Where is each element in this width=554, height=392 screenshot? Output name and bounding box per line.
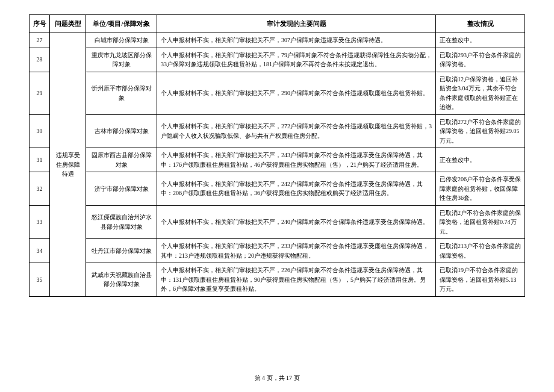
- cell-seq: 31: [30, 148, 50, 172]
- cell-seq: 32: [30, 172, 50, 206]
- cell-issue: 个人申报材料不实，相关部门审核把关不严，233户保障对象不符合条件违规享受廉租住…: [157, 239, 436, 263]
- cell-unit: 忻州原平市部分保障对象: [86, 72, 157, 114]
- cell-issue: 个人申报材料不实，相关部门审核把关不严，226户保障对象不符合条件违规享受住房保…: [157, 263, 436, 297]
- table-header-row: 序号 问题类型 单位/项目/保障对象 审计发现的主要问题 整改情况: [30, 15, 525, 33]
- cell-unit: 武威市天祝藏族自治县部分保障对象: [86, 263, 157, 297]
- cell-issue: 个人申报材料不实，相关部门审核把关不严，272户保障对象不符合条件违规领取廉租住…: [157, 114, 436, 148]
- cell-unit: 白城市部分保障对象: [86, 33, 157, 48]
- cell-unit: 济宁市部分保障对象: [86, 172, 157, 206]
- table-row: 35 武威市天祝藏族自治县部分保障对象 个人申报材料不实，相关部门审核把关不严，…: [30, 263, 525, 297]
- col-issue: 审计发现的主要问题: [157, 15, 436, 33]
- cell-issue: 个人申报材料不实，相关部门审核把关不严，79户保障对象不符合条件违规获得保障性住…: [157, 48, 436, 72]
- table-row: 28 重庆市九龙坡区部分保障对象 个人申报材料不实，相关部门审核把关不严，79户…: [30, 48, 525, 72]
- col-category: 问题类型: [50, 15, 86, 33]
- cell-issue: 个人申报材料不实，相关部门审核把关不严，290户保障对象不符合条件违规领取廉租住…: [157, 72, 436, 114]
- cell-seq: 28: [30, 48, 50, 72]
- cell-status: 已取消12户保障资格，追回补贴资金3.04万元，其余不符合条件家庭领取的租赁补贴…: [436, 72, 525, 114]
- cell-status: 正在整改中。: [436, 33, 525, 48]
- cell-unit: 重庆市九龙坡区部分保障对象: [86, 48, 157, 72]
- table-row: 30 吉林市部分保障对象 个人申报材料不实，相关部门审核把关不严，272户保障对…: [30, 114, 525, 148]
- col-unit: 单位/项目/保障对象: [86, 15, 157, 33]
- cell-seq: 33: [30, 205, 50, 239]
- cell-category: 违规享受住房保障待遇: [50, 33, 86, 297]
- cell-unit: 吉林市部分保障对象: [86, 114, 157, 148]
- cell-issue: 个人申报材料不实，相关部门审核把关不严，307户保障对象违规享受住房保障待遇。: [157, 33, 436, 48]
- col-status: 整改情况: [436, 15, 525, 33]
- cell-seq: 29: [30, 72, 50, 114]
- page-footer: 第 4 页，共 17 页: [0, 374, 554, 382]
- cell-issue: 个人申报材料不实，相关部门审核把关不严，243户保障对象不符合条件违规享受住房保…: [157, 148, 436, 172]
- table-row: 32 济宁市部分保障对象 个人申报材料不实，相关部门审核把关不严，242户保障对…: [30, 172, 525, 206]
- cell-status: 已取消213户不符合条件家庭的保障资格。: [436, 239, 525, 263]
- table-row: 33 怒江傈僳族自治州泸水县部分保障对象 个人申报材料不实，相关部门审核把关不严…: [30, 205, 525, 239]
- audit-table: 序号 问题类型 单位/项目/保障对象 审计发现的主要问题 整改情况 27 违规享…: [29, 14, 525, 297]
- cell-unit: 怒江傈僳族自治州泸水县部分保障对象: [86, 205, 157, 239]
- cell-issue: 个人申报材料不实，相关部门审核把关不严，240户保障对象不符合保障条件违规享受住…: [157, 205, 436, 239]
- table-row: 27 违规享受住房保障待遇 白城市部分保障对象 个人申报材料不实，相关部门审核把…: [30, 33, 525, 48]
- table-row: 34 牡丹江市部分保障对象 个人申报材料不实，相关部门审核把关不严，233户保障…: [30, 239, 525, 263]
- cell-status: 已停发206户不符合条件享受保障家庭的租赁补贴，收回保障性住房36套。: [436, 172, 525, 206]
- cell-status: 正在整改中。: [436, 148, 525, 172]
- cell-seq: 34: [30, 239, 50, 263]
- cell-status: 已取消272户不符合条件家庭的保障资格，追回租赁补贴29.05万元。: [436, 114, 525, 148]
- cell-status: 已取消293户不符合条件家庭的保障资格。: [436, 48, 525, 72]
- table-row: 29 忻州原平市部分保障对象 个人申报材料不实，相关部门审核把关不严，290户保…: [30, 72, 525, 114]
- cell-seq: 35: [30, 263, 50, 297]
- table-row: 31 固原市西吉县部分保障对象 个人申报材料不实，相关部门审核把关不严，243户…: [30, 148, 525, 172]
- col-seq: 序号: [30, 15, 50, 33]
- cell-unit: 固原市西吉县部分保障对象: [86, 148, 157, 172]
- cell-unit: 牡丹江市部分保障对象: [86, 239, 157, 263]
- cell-seq: 30: [30, 114, 50, 148]
- cell-issue: 个人申报材料不实，相关部门审核把关不严，242户保障对象不符合条件违规享受住房保…: [157, 172, 436, 206]
- cell-seq: 27: [30, 33, 50, 48]
- cell-status: 已取消2户不符合条件家庭的保障资格，追回租赁补贴0.74万元。: [436, 205, 525, 239]
- cell-status: 已取消19户不符合条件家庭的保障资格，追回租赁补贴5.13万元。: [436, 263, 525, 297]
